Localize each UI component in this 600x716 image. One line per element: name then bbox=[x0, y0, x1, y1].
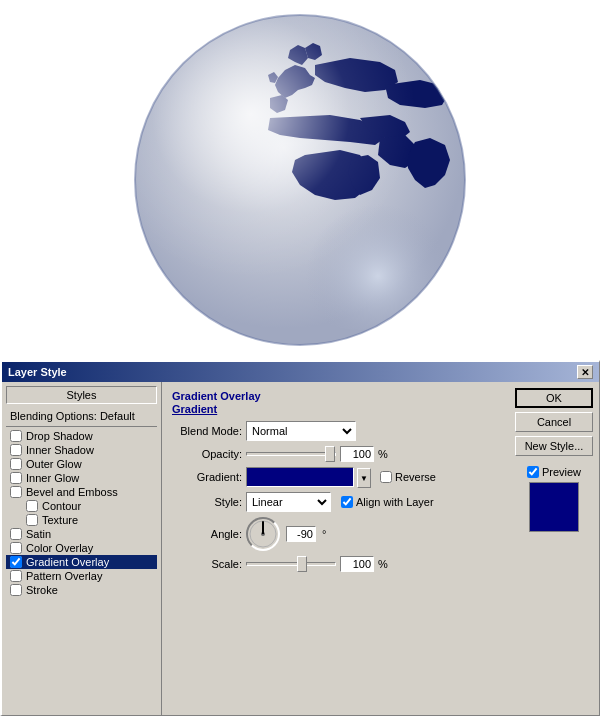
opacity-label: Opacity: bbox=[172, 448, 242, 460]
style-row: Style: Linear Radial Angle Reflected Dia… bbox=[172, 492, 499, 512]
angle-dial-svg bbox=[248, 519, 278, 549]
layer-style-dialog: Layer Style ✕ Styles Blending Options: D… bbox=[0, 360, 600, 716]
style-label: Style: bbox=[172, 496, 242, 508]
bevel-emboss-label: Bevel and Emboss bbox=[26, 486, 118, 498]
layer-item-contour[interactable]: Contour bbox=[6, 499, 157, 513]
bevel-emboss-checkbox[interactable] bbox=[10, 486, 22, 498]
texture-checkbox[interactable] bbox=[26, 514, 38, 526]
globe-preview-area bbox=[0, 0, 600, 360]
align-layer-label[interactable]: Align with Layer bbox=[341, 496, 434, 508]
outer-glow-checkbox[interactable] bbox=[10, 458, 22, 470]
gradient-swatch[interactable]: ▼ bbox=[246, 467, 354, 487]
preview-section: Preview bbox=[515, 466, 593, 532]
gradient-overlay-label: Gradient Overlay bbox=[26, 556, 109, 568]
inner-glow-checkbox[interactable] bbox=[10, 472, 22, 484]
preview-swatch bbox=[529, 482, 579, 532]
pattern-overlay-checkbox[interactable] bbox=[10, 570, 22, 582]
separator bbox=[6, 426, 157, 427]
opacity-slider[interactable] bbox=[246, 452, 336, 456]
gradient-overlay-checkbox[interactable] bbox=[10, 556, 22, 568]
scale-slider-container: % bbox=[246, 556, 499, 572]
opacity-value-input[interactable] bbox=[340, 446, 374, 462]
blending-options[interactable]: Blending Options: Default bbox=[6, 408, 157, 424]
layer-item-bevel-emboss[interactable]: Bevel and Emboss bbox=[6, 485, 157, 499]
blend-mode-row: Blend Mode: Normal Dissolve Multiply Scr… bbox=[172, 421, 499, 441]
blend-mode-label: Blend Mode: bbox=[172, 425, 242, 437]
blend-mode-select[interactable]: Normal Dissolve Multiply Screen bbox=[246, 421, 356, 441]
gradient-row: Gradient: ▼ Reverse bbox=[172, 467, 499, 487]
right-panel: OK Cancel New Style... Preview bbox=[509, 382, 599, 715]
degree-symbol: ° bbox=[322, 528, 326, 540]
reverse-label: Reverse bbox=[395, 471, 436, 483]
layer-item-texture[interactable]: Texture bbox=[6, 513, 157, 527]
globe-container bbox=[130, 10, 470, 350]
gradient-dropdown-button[interactable]: ▼ bbox=[357, 468, 371, 488]
center-panel: Gradient Overlay Gradient Blend Mode: No… bbox=[162, 382, 509, 715]
preview-label: Preview bbox=[542, 466, 581, 478]
svg-point-7 bbox=[261, 532, 265, 536]
satin-label: Satin bbox=[26, 528, 51, 540]
cancel-button[interactable]: Cancel bbox=[515, 412, 593, 432]
color-overlay-checkbox[interactable] bbox=[10, 542, 22, 554]
color-overlay-label: Color Overlay bbox=[26, 542, 93, 554]
svg-point-3 bbox=[135, 15, 465, 345]
scale-label: Scale: bbox=[172, 558, 242, 570]
texture-label: Texture bbox=[42, 514, 78, 526]
angle-dial[interactable] bbox=[246, 517, 280, 551]
contour-label: Contour bbox=[42, 500, 81, 512]
align-layer-text: Align with Layer bbox=[356, 496, 434, 508]
reverse-checkbox[interactable] bbox=[380, 471, 392, 483]
ok-button[interactable]: OK bbox=[515, 388, 593, 408]
scale-value-input[interactable] bbox=[340, 556, 374, 572]
inner-shadow-label: Inner Shadow bbox=[26, 444, 94, 456]
opacity-row: Opacity: % bbox=[172, 446, 499, 462]
scale-row: Scale: % bbox=[172, 556, 499, 572]
satin-checkbox[interactable] bbox=[10, 528, 22, 540]
contour-checkbox[interactable] bbox=[26, 500, 38, 512]
reverse-checkbox-label[interactable]: Reverse bbox=[380, 471, 436, 483]
styles-header[interactable]: Styles bbox=[6, 386, 157, 404]
layer-item-outer-glow[interactable]: Outer Glow bbox=[6, 457, 157, 471]
scale-percent: % bbox=[378, 558, 388, 570]
opacity-percent: % bbox=[378, 448, 388, 460]
stroke-checkbox[interactable] bbox=[10, 584, 22, 596]
angle-label: Angle: bbox=[172, 528, 242, 540]
align-layer-checkbox[interactable] bbox=[341, 496, 353, 508]
pattern-overlay-label: Pattern Overlay bbox=[26, 570, 102, 582]
angle-container: ° bbox=[246, 517, 326, 551]
preview-checkbox[interactable] bbox=[527, 466, 539, 478]
gradient-label: Gradient: bbox=[172, 471, 242, 483]
close-button[interactable]: ✕ bbox=[577, 365, 593, 379]
layer-item-gradient-overlay[interactable]: Gradient Overlay bbox=[6, 555, 157, 569]
drop-shadow-checkbox[interactable] bbox=[10, 430, 22, 442]
style-select[interactable]: Linear Radial Angle Reflected Diamond bbox=[246, 492, 331, 512]
outer-glow-label: Outer Glow bbox=[26, 458, 82, 470]
dialog-title-bar: Layer Style ✕ bbox=[2, 362, 599, 382]
layer-item-color-overlay[interactable]: Color Overlay bbox=[6, 541, 157, 555]
stroke-label: Stroke bbox=[26, 584, 58, 596]
layer-item-inner-shadow[interactable]: Inner Shadow bbox=[6, 443, 157, 457]
layer-item-inner-glow[interactable]: Inner Glow bbox=[6, 471, 157, 485]
preview-checkbox-row: Preview bbox=[527, 466, 581, 478]
scale-slider[interactable] bbox=[246, 562, 336, 566]
section-subtitle: Gradient bbox=[172, 403, 499, 415]
inner-shadow-checkbox[interactable] bbox=[10, 444, 22, 456]
opacity-slider-container: % bbox=[246, 446, 499, 462]
layer-item-drop-shadow[interactable]: Drop Shadow bbox=[6, 429, 157, 443]
layer-item-satin[interactable]: Satin bbox=[6, 527, 157, 541]
dialog-content: Styles Blending Options: Default Drop Sh… bbox=[2, 382, 599, 715]
dialog-title: Layer Style bbox=[8, 366, 67, 378]
gradient-swatch-row: ▼ Reverse bbox=[246, 467, 436, 487]
layer-item-stroke[interactable]: Stroke bbox=[6, 583, 157, 597]
drop-shadow-label: Drop Shadow bbox=[26, 430, 93, 442]
angle-value-input[interactable] bbox=[286, 526, 316, 542]
new-style-button[interactable]: New Style... bbox=[515, 436, 593, 456]
angle-row: Angle: ° bbox=[172, 517, 499, 551]
layer-item-pattern-overlay[interactable]: Pattern Overlay bbox=[6, 569, 157, 583]
section-title: Gradient Overlay bbox=[172, 390, 499, 402]
left-panel: Styles Blending Options: Default Drop Sh… bbox=[2, 382, 162, 715]
inner-glow-label: Inner Glow bbox=[26, 472, 79, 484]
